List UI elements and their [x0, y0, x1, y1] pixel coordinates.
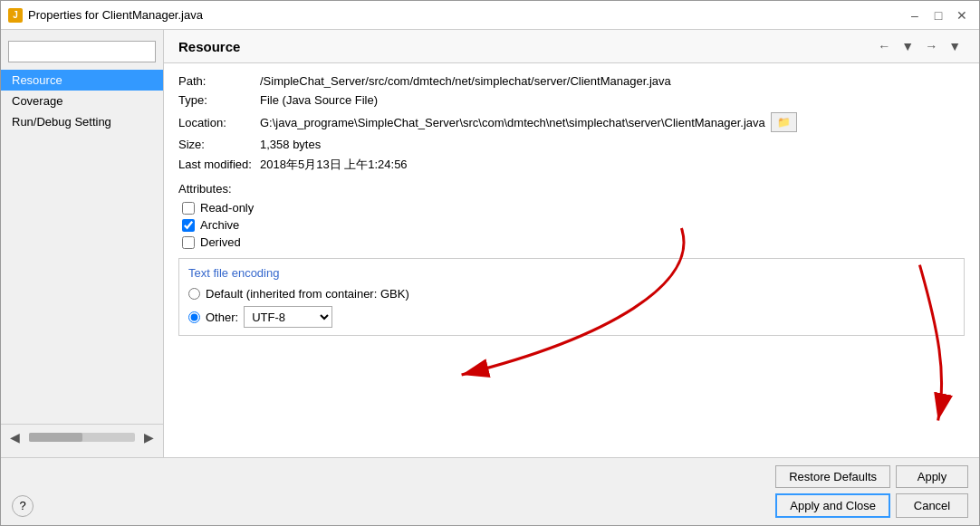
derived-label: Derived	[200, 235, 241, 249]
default-encoding-radio[interactable]	[188, 288, 200, 300]
minimize-button[interactable]: –	[905, 5, 925, 25]
forward-button[interactable]: →	[921, 37, 941, 55]
archive-checkbox[interactable]	[182, 219, 195, 232]
derived-checkbox[interactable]	[182, 236, 195, 249]
readonly-checkbox[interactable]	[182, 202, 195, 215]
type-row: Type: File (Java Source File)	[178, 93, 965, 107]
footer-action-buttons: Apply and Close Cancel	[775, 493, 968, 518]
apply-and-close-button[interactable]: Apply and Close	[775, 493, 890, 518]
maximize-button[interactable]: □	[928, 5, 948, 25]
window-title: Properties for ClientManager.java	[28, 8, 203, 22]
encoding-title: Text file encoding	[188, 266, 955, 280]
size-label: Size:	[178, 138, 260, 151]
location-browse-button[interactable]: 📁	[771, 112, 797, 132]
location-row: Location: G:\java_programe\SimpleChat_Se…	[178, 112, 965, 132]
archive-label: Archive	[200, 218, 239, 232]
sidebar-item-resource[interactable]: Resource	[1, 70, 163, 91]
scroll-left-button[interactable]: ◀	[5, 428, 25, 446]
properties-window: J Properties for ClientManager.java – □ …	[0, 0, 980, 526]
main-content: Resource Coverage Run/Debug Setting ◀ ▶ …	[1, 30, 979, 457]
panel-title: Resource	[178, 39, 240, 54]
default-encoding-row: Default (inherited from container: GBK)	[188, 287, 955, 301]
nav-dropdown-button[interactable]: ▼	[898, 37, 918, 55]
apply-button[interactable]: Apply	[896, 465, 968, 488]
sidebar-item-coverage[interactable]: Coverage	[1, 91, 163, 111]
scroll-right-button[interactable]: ▶	[139, 428, 159, 446]
path-row: Path: /SimpleChat_Server/src/com/dmtech/…	[178, 74, 965, 88]
resource-panel: Resource ← ▼ → ▼ Path: /SimpleChat_Serve…	[164, 30, 979, 457]
title-bar-left: J Properties for ClientManager.java	[8, 8, 203, 23]
type-label: Type:	[178, 93, 260, 107]
attributes-label: Attributes:	[178, 182, 965, 196]
sidebar-item-run-debug[interactable]: Run/Debug Setting	[1, 111, 163, 132]
sidebar-scroll-bar: ◀ ▶	[1, 424, 163, 450]
title-bar: J Properties for ClientManager.java – □ …	[1, 1, 979, 30]
path-value: /SimpleChat_Server/src/com/dmtech/net/si…	[260, 74, 965, 88]
size-row: Size: 1,358 bytes	[178, 138, 965, 151]
location-value: G:\java_programe\SimpleChat_Server\src\c…	[260, 116, 765, 129]
attributes-section: Attributes: Read-only Archive Derived	[178, 182, 965, 249]
folder-icon: 📁	[777, 116, 791, 129]
cancel-button[interactable]: Cancel	[896, 493, 968, 518]
nav-menu-button[interactable]: ▼	[945, 37, 965, 55]
footer: Restore Defaults Apply ? Apply and Close…	[1, 457, 979, 525]
modified-value: 2018年5月13日 上午1:24:56	[260, 157, 965, 173]
restore-defaults-button[interactable]: Restore Defaults	[775, 465, 890, 488]
default-encoding-label: Default (inherited from container: GBK)	[206, 287, 409, 301]
archive-row: Archive	[178, 218, 965, 232]
readonly-row: Read-only	[178, 201, 965, 215]
size-value: 1,358 bytes	[260, 138, 965, 151]
title-controls: – □ ✕	[905, 5, 972, 25]
sidebar: Resource Coverage Run/Debug Setting ◀ ▶	[1, 30, 164, 457]
modified-row: Last modified: 2018年5月13日 上午1:24:56	[178, 157, 965, 173]
encoding-section: Text file encoding Default (inherited fr…	[178, 258, 965, 336]
other-encoding-row: Other: UTF-8GBKISO-8859-1US-ASCIIUTF-16	[188, 306, 955, 328]
panel-header: Resource ← ▼ → ▼	[164, 30, 979, 63]
sidebar-search-input[interactable]	[8, 41, 156, 62]
encoding-select[interactable]: UTF-8GBKISO-8859-1US-ASCIIUTF-16	[244, 306, 332, 328]
panel-body: Path: /SimpleChat_Server/src/com/dmtech/…	[164, 63, 979, 457]
readonly-label: Read-only	[200, 201, 254, 215]
help-button[interactable]: ?	[12, 495, 34, 517]
footer-bottom: ? Apply and Close Cancel	[12, 493, 968, 518]
panel-navigation: ← ▼ → ▼	[874, 37, 965, 55]
footer-top: Restore Defaults Apply	[12, 465, 968, 488]
type-value: File (Java Source File)	[260, 93, 965, 107]
close-button[interactable]: ✕	[952, 5, 972, 25]
modified-label: Last modified:	[178, 158, 260, 171]
location-content: G:\java_programe\SimpleChat_Server\src\c…	[260, 112, 797, 132]
location-label: Location:	[178, 116, 260, 129]
path-label: Path:	[178, 74, 260, 88]
back-button[interactable]: ←	[874, 37, 894, 55]
derived-row: Derived	[178, 235, 965, 249]
app-icon: J	[8, 8, 23, 23]
other-encoding-radio[interactable]	[188, 311, 200, 323]
other-encoding-label: Other:	[206, 311, 238, 324]
